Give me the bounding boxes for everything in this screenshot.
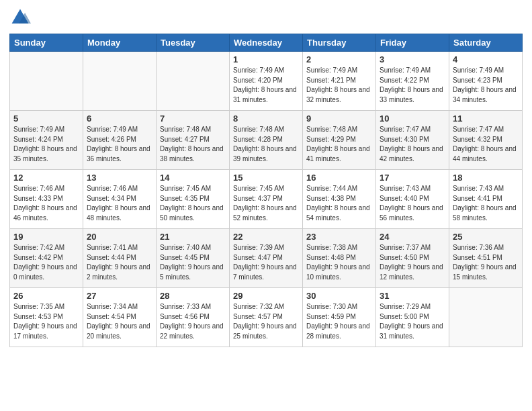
day-cell: 3Sunrise: 7:49 AMSunset: 4:22 PMDaylight… <box>376 52 449 111</box>
day-info: Sunrise: 7:42 AMSunset: 4:42 PMDaylight:… <box>13 243 79 282</box>
day-info: Sunrise: 7:35 AMSunset: 4:53 PMDaylight:… <box>13 302 79 341</box>
day-info: Sunrise: 7:49 AMSunset: 4:21 PMDaylight:… <box>306 66 372 105</box>
day-number: 12 <box>13 173 79 183</box>
day-info: Sunrise: 7:36 AMSunset: 4:51 PMDaylight:… <box>453 243 519 282</box>
weekday-header-wednesday: Wednesday <box>230 34 303 52</box>
day-cell: 20Sunrise: 7:41 AMSunset: 4:44 PMDayligh… <box>83 229 157 288</box>
day-number: 14 <box>160 173 226 183</box>
week-row-4: 19Sunrise: 7:42 AMSunset: 4:42 PMDayligh… <box>10 229 523 288</box>
day-info: Sunrise: 7:34 AMSunset: 4:54 PMDaylight:… <box>87 302 152 341</box>
day-cell: 30Sunrise: 7:30 AMSunset: 4:59 PMDayligh… <box>303 288 376 347</box>
day-cell: 24Sunrise: 7:37 AMSunset: 4:50 PMDayligh… <box>376 229 449 288</box>
day-cell: 8Sunrise: 7:48 AMSunset: 4:28 PMDaylight… <box>230 111 303 170</box>
day-info: Sunrise: 7:49 AMSunset: 4:26 PMDaylight:… <box>87 125 152 164</box>
day-number: 15 <box>233 173 299 183</box>
day-info: Sunrise: 7:48 AMSunset: 4:27 PMDaylight:… <box>160 125 226 164</box>
day-number: 31 <box>380 291 445 301</box>
day-info: Sunrise: 7:49 AMSunset: 4:24 PMDaylight:… <box>13 125 79 164</box>
day-number: 3 <box>380 54 445 64</box>
day-cell: 5Sunrise: 7:49 AMSunset: 4:24 PMDaylight… <box>10 111 83 170</box>
logo-icon <box>9 7 31 28</box>
day-number: 19 <box>13 232 79 242</box>
logo <box>9 7 34 28</box>
week-row-3: 12Sunrise: 7:46 AMSunset: 4:33 PMDayligh… <box>10 170 523 229</box>
day-cell: 2Sunrise: 7:49 AMSunset: 4:21 PMDaylight… <box>303 52 376 111</box>
day-cell: 1Sunrise: 7:49 AMSunset: 4:20 PMDaylight… <box>230 52 303 111</box>
day-info: Sunrise: 7:43 AMSunset: 4:41 PMDaylight:… <box>453 184 519 223</box>
day-number: 26 <box>13 291 79 301</box>
day-number: 8 <box>233 113 299 124</box>
day-info: Sunrise: 7:41 AMSunset: 4:44 PMDaylight:… <box>87 243 152 282</box>
day-info: Sunrise: 7:33 AMSunset: 4:56 PMDaylight:… <box>160 302 226 341</box>
day-number: 1 <box>233 54 299 64</box>
week-row-5: 26Sunrise: 7:35 AMSunset: 4:53 PMDayligh… <box>10 288 523 347</box>
weekday-header-monday: Monday <box>83 34 157 52</box>
day-number: 25 <box>453 232 519 242</box>
day-cell: 23Sunrise: 7:38 AMSunset: 4:48 PMDayligh… <box>303 229 376 288</box>
day-cell: 6Sunrise: 7:49 AMSunset: 4:26 PMDaylight… <box>83 111 157 170</box>
day-cell: 11Sunrise: 7:47 AMSunset: 4:32 PMDayligh… <box>449 111 523 170</box>
day-info: Sunrise: 7:32 AMSunset: 4:57 PMDaylight:… <box>233 302 299 341</box>
weekday-header-tuesday: Tuesday <box>157 34 230 52</box>
day-info: Sunrise: 7:45 AMSunset: 4:35 PMDaylight:… <box>160 184 226 223</box>
day-cell: 25Sunrise: 7:36 AMSunset: 4:51 PMDayligh… <box>449 229 523 288</box>
day-number: 24 <box>380 232 445 242</box>
page: SundayMondayTuesdayWednesdayThursdayFrid… <box>0 0 532 411</box>
weekday-header-saturday: Saturday <box>449 34 523 52</box>
day-cell: 15Sunrise: 7:45 AMSunset: 4:37 PMDayligh… <box>230 170 303 229</box>
day-cell <box>157 52 230 111</box>
weekday-header-friday: Friday <box>376 34 449 52</box>
day-number: 7 <box>160 113 226 124</box>
day-cell: 21Sunrise: 7:40 AMSunset: 4:45 PMDayligh… <box>157 229 230 288</box>
day-cell <box>10 52 83 111</box>
header <box>9 7 523 28</box>
day-number: 9 <box>306 113 372 124</box>
day-cell: 17Sunrise: 7:43 AMSunset: 4:40 PMDayligh… <box>376 170 449 229</box>
day-cell: 27Sunrise: 7:34 AMSunset: 4:54 PMDayligh… <box>83 288 157 347</box>
day-info: Sunrise: 7:49 AMSunset: 4:23 PMDaylight:… <box>453 66 519 105</box>
day-info: Sunrise: 7:45 AMSunset: 4:37 PMDaylight:… <box>233 184 299 223</box>
day-cell: 4Sunrise: 7:49 AMSunset: 4:23 PMDaylight… <box>449 52 523 111</box>
day-number: 22 <box>233 232 299 242</box>
day-number: 29 <box>233 291 299 301</box>
day-number: 21 <box>160 232 226 242</box>
day-info: Sunrise: 7:30 AMSunset: 4:59 PMDaylight:… <box>306 302 372 341</box>
day-number: 18 <box>453 173 519 183</box>
day-info: Sunrise: 7:49 AMSunset: 4:20 PMDaylight:… <box>233 66 299 105</box>
day-cell: 28Sunrise: 7:33 AMSunset: 4:56 PMDayligh… <box>157 288 230 347</box>
day-info: Sunrise: 7:37 AMSunset: 4:50 PMDaylight:… <box>380 243 445 282</box>
day-cell <box>449 288 523 347</box>
day-cell: 22Sunrise: 7:39 AMSunset: 4:47 PMDayligh… <box>230 229 303 288</box>
day-number: 5 <box>13 113 79 124</box>
day-cell: 9Sunrise: 7:48 AMSunset: 4:29 PMDaylight… <box>303 111 376 170</box>
day-number: 11 <box>453 113 519 124</box>
day-cell: 19Sunrise: 7:42 AMSunset: 4:42 PMDayligh… <box>10 229 83 288</box>
day-info: Sunrise: 7:38 AMSunset: 4:48 PMDaylight:… <box>306 243 372 282</box>
day-cell: 7Sunrise: 7:48 AMSunset: 4:27 PMDaylight… <box>157 111 230 170</box>
day-info: Sunrise: 7:49 AMSunset: 4:22 PMDaylight:… <box>380 66 445 105</box>
day-info: Sunrise: 7:39 AMSunset: 4:47 PMDaylight:… <box>233 243 299 282</box>
day-info: Sunrise: 7:40 AMSunset: 4:45 PMDaylight:… <box>160 243 226 282</box>
day-number: 16 <box>306 173 372 183</box>
day-cell: 14Sunrise: 7:45 AMSunset: 4:35 PMDayligh… <box>157 170 230 229</box>
day-number: 13 <box>87 173 152 183</box>
week-row-2: 5Sunrise: 7:49 AMSunset: 4:24 PMDaylight… <box>10 111 523 170</box>
day-number: 27 <box>87 291 152 301</box>
day-number: 2 <box>306 54 372 64</box>
week-row-1: 1Sunrise: 7:49 AMSunset: 4:20 PMDaylight… <box>10 52 523 111</box>
day-info: Sunrise: 7:46 AMSunset: 4:33 PMDaylight:… <box>13 184 79 223</box>
calendar-table: SundayMondayTuesdayWednesdayThursdayFrid… <box>9 34 523 347</box>
day-info: Sunrise: 7:29 AMSunset: 5:00 PMDaylight:… <box>380 302 445 341</box>
day-cell: 16Sunrise: 7:44 AMSunset: 4:38 PMDayligh… <box>303 170 376 229</box>
weekday-header-sunday: Sunday <box>10 34 83 52</box>
weekday-header-thursday: Thursday <box>303 34 376 52</box>
day-cell: 31Sunrise: 7:29 AMSunset: 5:00 PMDayligh… <box>376 288 449 347</box>
day-number: 20 <box>87 232 152 242</box>
day-cell: 13Sunrise: 7:46 AMSunset: 4:34 PMDayligh… <box>83 170 157 229</box>
day-number: 23 <box>306 232 372 242</box>
day-info: Sunrise: 7:47 AMSunset: 4:30 PMDaylight:… <box>380 125 445 164</box>
day-info: Sunrise: 7:44 AMSunset: 4:38 PMDaylight:… <box>306 184 372 223</box>
day-number: 17 <box>380 173 445 183</box>
day-info: Sunrise: 7:48 AMSunset: 4:28 PMDaylight:… <box>233 125 299 164</box>
day-cell: 12Sunrise: 7:46 AMSunset: 4:33 PMDayligh… <box>10 170 83 229</box>
